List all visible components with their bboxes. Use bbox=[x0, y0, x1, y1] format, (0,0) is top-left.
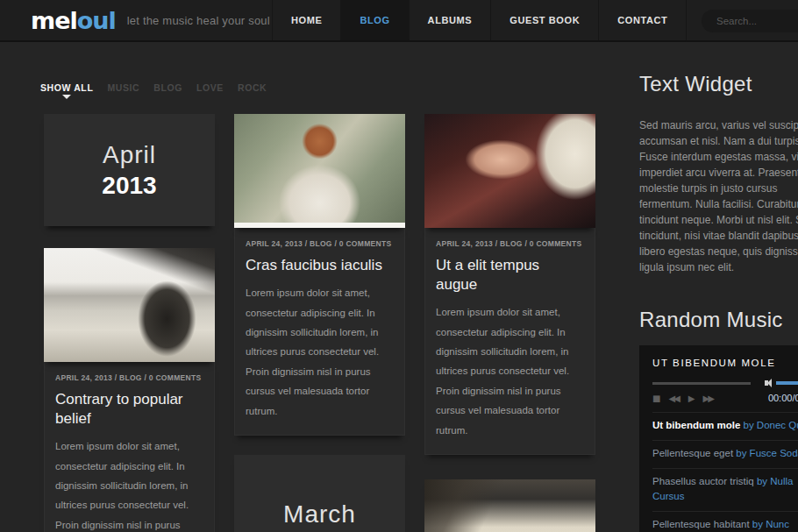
post-card: APRIL 24, 2013 / BLOG / 0 COMMENTS Contr… bbox=[44, 248, 215, 532]
text-widget-body: Sed mauris arcu, varius vel suscipit in,… bbox=[639, 117, 798, 275]
skateboard-girl-bw-photo[interactable] bbox=[44, 248, 215, 362]
site-tagline: let the music heal your soul bbox=[127, 14, 270, 27]
player-controls: ■ ◀◀ ▶ ▶▶ bbox=[652, 394, 713, 403]
post-meta[interactable]: APRIL 24, 2013 / BLOG / 0 COMMENTS bbox=[436, 239, 584, 248]
archive-date-card-april: April 2013 bbox=[44, 114, 215, 226]
post-meta[interactable]: APRIL 24, 2013 / BLOG / 0 COMMENTS bbox=[55, 373, 203, 382]
post-card: APRIL 24, 2013 / BLOG / 0 COMMENTS Cras … bbox=[234, 114, 405, 436]
track-name: Phasellus auctor tristiq bbox=[652, 476, 754, 486]
player-progress-row bbox=[652, 379, 798, 387]
search-input[interactable] bbox=[702, 10, 798, 32]
archive-month: March bbox=[283, 500, 356, 528]
playlist-item[interactable]: Ut bibendum mole by Donec Quis bbox=[652, 412, 798, 440]
post-title[interactable]: Cras faucibus iaculis bbox=[246, 256, 394, 275]
post-text-block: APRIL 24, 2013 / BLOG / 0 COMMENTS Contr… bbox=[44, 362, 215, 532]
rewind-icon[interactable]: ◀◀ bbox=[668, 394, 678, 403]
post-excerpt: Lorem ipsum dolor sit amet, consectetur … bbox=[436, 302, 584, 440]
filter-blog[interactable]: BLOG bbox=[153, 82, 182, 93]
logo-text-blue: oul bbox=[77, 7, 116, 34]
post-text-block: APRIL 24, 2013 / BLOG / 0 COMMENTS Cras … bbox=[234, 228, 405, 436]
playlist-item[interactable]: Phasellus auctor tristiq by Nulla Cursus bbox=[652, 468, 798, 512]
track-artist-link[interactable]: by Fusce Sodales bbox=[736, 448, 798, 458]
playlist-item[interactable]: Pellentesque eget by Fusce Sodales bbox=[652, 440, 798, 468]
masonry-column-2: APRIL 24, 2013 / BLOG / 0 COMMENTS Cras … bbox=[234, 114, 405, 532]
track-time: 00:00/00:00 bbox=[768, 393, 798, 403]
filter-love[interactable]: LOVE bbox=[196, 82, 224, 93]
site-logo[interactable]: meloul bbox=[31, 7, 116, 34]
masonry-column-1: April 2013 APRIL 24, 2013 / BLOG / 0 COM… bbox=[44, 114, 215, 532]
masonry-column-3: APRIL 24, 2013 / BLOG / 0 COMMENTS Ut a … bbox=[424, 114, 595, 532]
nav-item-albums[interactable]: ALBUMS bbox=[409, 0, 491, 40]
progress-bar[interactable] bbox=[652, 382, 751, 385]
nav-item-guest-book[interactable]: GUEST BOOK bbox=[490, 0, 598, 40]
track-name: Ut bibendum mole bbox=[652, 420, 740, 430]
playlist-item[interactable]: Pellentesque habitant by Nunc Commodo bbox=[652, 511, 798, 532]
current-track-title: UT BIBENDUM MOLE bbox=[652, 358, 798, 368]
track-name: Pellentesque eget bbox=[652, 448, 733, 458]
post-excerpt: Lorem ipsum dolor sit amet, consectetur … bbox=[246, 283, 394, 421]
bw-portrait-photo[interactable] bbox=[424, 479, 595, 532]
redhead-back-tattoo-photo[interactable] bbox=[234, 114, 405, 228]
archive-month: April bbox=[103, 141, 156, 169]
reclining-woman-couch-photo[interactable] bbox=[424, 114, 595, 228]
post-text-block: APRIL 24, 2013 / BLOG / 0 COMMENTS Ut a … bbox=[424, 228, 595, 455]
stop-icon[interactable]: ■ bbox=[652, 394, 659, 403]
post-title[interactable]: Contrary to popular belief bbox=[55, 390, 203, 429]
nav-item-blog[interactable]: BLOG bbox=[340, 0, 408, 40]
nav-item-home[interactable]: HOME bbox=[272, 0, 340, 40]
music-player: UT BIBENDUM MOLE ■ ◀◀ ▶ ▶▶ 00:00/00:00 U… bbox=[639, 345, 798, 532]
text-widget-title: Text Widget bbox=[639, 72, 798, 96]
post-excerpt: Lorem ipsum dolor sit amet, consectetur … bbox=[55, 436, 203, 532]
playlist: Ut bibendum mole by Donec Quis Pellentes… bbox=[652, 412, 798, 532]
sidebar: Text Widget Sed mauris arcu, varius vel … bbox=[639, 72, 798, 532]
archive-year: 2013 bbox=[102, 172, 156, 200]
post-title[interactable]: Ut a elit tempus augue bbox=[436, 256, 584, 294]
player-controls-row: ■ ◀◀ ▶ ▶▶ 00:00/00:00 bbox=[652, 393, 798, 403]
archive-date-card-march: March 2013 bbox=[234, 455, 405, 532]
post-card: APRIL 24, 2013 / BLOG / 0 COMMENTS Ut a … bbox=[424, 114, 595, 455]
nav-item-contact[interactable]: CONTACT bbox=[598, 0, 687, 40]
post-meta[interactable]: APRIL 24, 2013 / BLOG / 0 COMMENTS bbox=[246, 239, 394, 248]
header-bar: meloul let the music heal your soul HOME… bbox=[0, 0, 798, 42]
category-filter-bar: SHOW ALL MUSIC BLOG LOVE ROCK bbox=[40, 82, 267, 93]
track-name: Pellentesque habitant bbox=[652, 519, 750, 529]
filter-music[interactable]: MUSIC bbox=[107, 82, 139, 93]
random-music-title: Random Music bbox=[639, 308, 798, 332]
main-nav: HOME BLOG ALBUMS GUEST BOOK CONTACT bbox=[272, 0, 687, 40]
volume-slider[interactable] bbox=[776, 381, 798, 385]
forward-icon[interactable]: ▶▶ bbox=[703, 394, 713, 403]
speaker-cone bbox=[767, 379, 772, 387]
filter-rock[interactable]: ROCK bbox=[238, 82, 267, 93]
filter-show-all[interactable]: SHOW ALL bbox=[40, 82, 93, 93]
play-icon[interactable]: ▶ bbox=[688, 394, 694, 403]
track-artist-link[interactable]: by Donec Quis bbox=[744, 420, 798, 430]
speaker-icon[interactable] bbox=[765, 379, 772, 387]
logo-text-white: mel bbox=[31, 7, 77, 34]
